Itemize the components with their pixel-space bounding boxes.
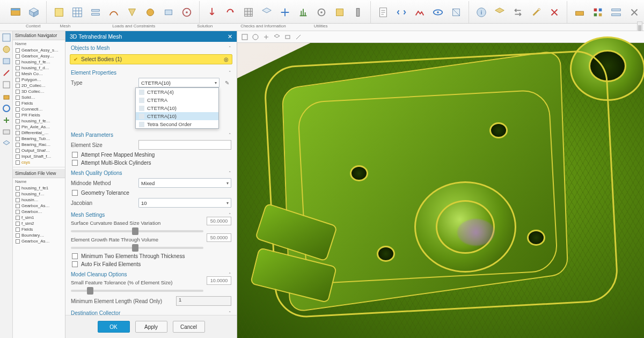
ribbon-btn-loads-2[interactable] (222, 4, 238, 20)
cancel-button[interactable]: Cancel (173, 321, 205, 333)
type-option[interactable]: CTETRA(10) (136, 104, 218, 112)
rail-icon[interactable] (2, 116, 11, 124)
ribbon-btn-loads-9[interactable] (350, 4, 366, 20)
ribbon-btn-mesh-5[interactable] (124, 4, 140, 20)
ribbon-btn-sol-1[interactable] (375, 4, 391, 20)
type-option[interactable]: Tetra Second Order (136, 120, 218, 128)
tree-item[interactable]: Input_Shaft_f… (13, 153, 65, 159)
chevron-up-icon[interactable]: ˄ (229, 171, 231, 176)
smallfeat-slider[interactable] (71, 290, 203, 292)
ribbon-btn-loads-4[interactable] (259, 4, 275, 20)
tree-item[interactable]: PR Fields (13, 112, 65, 118)
tree-item[interactable]: Gearbox… (13, 209, 65, 215)
tree-item[interactable]: Differential_… (13, 130, 65, 136)
chevron-up-icon[interactable]: ˄ (229, 46, 231, 51)
ribbon-btn-loads-7[interactable] (313, 4, 330, 20)
tree-item[interactable]: f_sim2 (13, 221, 65, 226)
view-tb-icon[interactable] (295, 34, 302, 40)
ribbon-btn-chk-2[interactable] (492, 4, 508, 20)
rail-icon[interactable] (2, 80, 11, 89)
surfcurv-value[interactable]: 50.0000 (207, 217, 231, 225)
ribbon-btn-mesh-1[interactable] (51, 4, 67, 20)
tree-item[interactable]: Bearing_Rac… (13, 142, 65, 148)
view-tb-icon[interactable] (274, 34, 280, 40)
tree-item[interactable]: f_sim1 (13, 215, 65, 221)
smallfeat-value[interactable]: 10.0000 (207, 276, 231, 285)
ribbon-btn-loads-1[interactable] (204, 4, 220, 20)
chk-geomtol[interactable]: Geometry Tolerance (65, 189, 237, 197)
view-tb-icon[interactable] (241, 34, 248, 40)
ok-button[interactable]: OK (98, 321, 130, 333)
tree-item[interactable]: housing_f… (13, 191, 65, 197)
ribbon-btn-loads-5[interactable] (277, 4, 293, 20)
tree-item[interactable]: housin… (13, 197, 65, 203)
ribbon-btn-mesh-4[interactable] (106, 4, 122, 20)
tree-item[interactable]: 3D Collec… (13, 89, 65, 94)
chevron-up-icon[interactable]: ˄ (229, 311, 231, 315)
ribbon-btn-loads-8[interactable] (332, 4, 348, 20)
ribbon-btn-chk-4[interactable] (528, 4, 544, 20)
tree-item[interactable]: csys (13, 159, 65, 165)
tree-item[interactable]: Gearbox_As… (13, 203, 65, 209)
tree-item[interactable]: Connecti… (13, 106, 65, 112)
dialog-close-icon[interactable]: ✕ (228, 33, 232, 40)
surfcurv-slider[interactable] (71, 230, 203, 232)
view-tb-icon[interactable] (263, 34, 269, 40)
tree-item[interactable]: housing_f_fe1 (13, 185, 65, 191)
type-dropdown[interactable]: CTETRA(10)▾ (138, 78, 219, 87)
tree-item[interactable]: Pin_Axle_As… (13, 124, 65, 130)
midnode-dropdown[interactable]: Mixed▾ (138, 178, 231, 188)
tree-item[interactable]: Mesh Co… (13, 71, 65, 77)
tree-item[interactable]: Fields (13, 100, 65, 106)
apply-button[interactable]: Apply (135, 321, 167, 333)
type-option[interactable]: CTETRA (136, 96, 218, 104)
ribbon-btn-sol-3[interactable] (412, 4, 428, 20)
ribbon-btn-context-2[interactable] (26, 4, 42, 20)
ribbon-btn-sol-4[interactable] (430, 4, 446, 20)
ribbon-btn-util-4[interactable] (626, 4, 642, 20)
chk-mapped[interactable]: Attempt Free Mapped Meshing (65, 151, 237, 159)
rail-icon[interactable] (2, 69, 11, 77)
rail-icon[interactable] (2, 128, 11, 136)
ribbon-btn-chk-1[interactable]: i (473, 4, 489, 20)
chk-mintwo[interactable]: Minimum Two Elements Through Thickness (65, 252, 237, 260)
view-tb-icon[interactable] (284, 34, 291, 40)
ribbon-btn-mesh-6[interactable] (142, 4, 158, 20)
ribbon-btn-chk-3[interactable] (510, 4, 526, 20)
dialog-titlebar[interactable]: 3D Tetrahedral Mesh ✕ (65, 31, 237, 42)
growth-value[interactable]: 50.0000 (207, 233, 231, 242)
chevron-up-icon[interactable]: ˄ (229, 70, 231, 76)
rail-icon[interactable] (2, 92, 11, 101)
tree-item[interactable]: Output_Shaf… (13, 148, 65, 153)
rail-icon[interactable] (2, 139, 11, 148)
type-option[interactable]: CTETRA(10) (136, 112, 218, 120)
ribbon-btn-loads-6[interactable] (295, 4, 311, 20)
rail-icon[interactable] (2, 57, 11, 65)
tree-item[interactable]: housing_f_fe… (13, 59, 65, 65)
tree-item[interactable]: Bearing_Tub… (13, 136, 65, 142)
graphics-viewport[interactable] (237, 31, 644, 338)
ribbon-btn-mesh-3[interactable] (87, 4, 104, 20)
selection-target-icon[interactable]: ◎ (224, 56, 229, 62)
ribbon-btn-sol-5[interactable] (448, 4, 464, 20)
tree-item[interactable]: Polygon… (13, 77, 65, 83)
type-option[interactable]: CTETRA(4) (136, 88, 218, 96)
ribbon-btn-chk-5[interactable] (546, 4, 562, 20)
ribbon-btn-mesh-7[interactable] (160, 4, 177, 20)
tree-item[interactable]: Gearbox_Assy_s… (13, 47, 65, 53)
ribbon-btn-util-3[interactable] (608, 4, 624, 20)
ribbon-btn-context-1[interactable] (8, 4, 24, 20)
ribbon-btn-util-1[interactable] (572, 4, 588, 20)
ribbon-btn-sol-2[interactable] (393, 4, 409, 20)
ribbon-btn-util-2[interactable] (590, 4, 606, 20)
tree-item[interactable]: Gearbox_As… (13, 238, 65, 244)
ribbon-btn-loads-3[interactable] (240, 4, 257, 20)
chk-multiblock[interactable]: Attempt Multi-Block Cylinders (65, 159, 237, 167)
tree-item[interactable]: housing_f_fe… (13, 118, 65, 124)
rail-icon[interactable] (2, 104, 11, 113)
type-edit-icon[interactable]: ✎ (223, 80, 231, 86)
ribbon-btn-mesh-8[interactable] (179, 4, 195, 20)
view-tb-icon[interactable] (252, 34, 259, 40)
chevron-up-icon[interactable]: ˄ (229, 133, 231, 138)
rail-icon[interactable] (2, 45, 11, 54)
